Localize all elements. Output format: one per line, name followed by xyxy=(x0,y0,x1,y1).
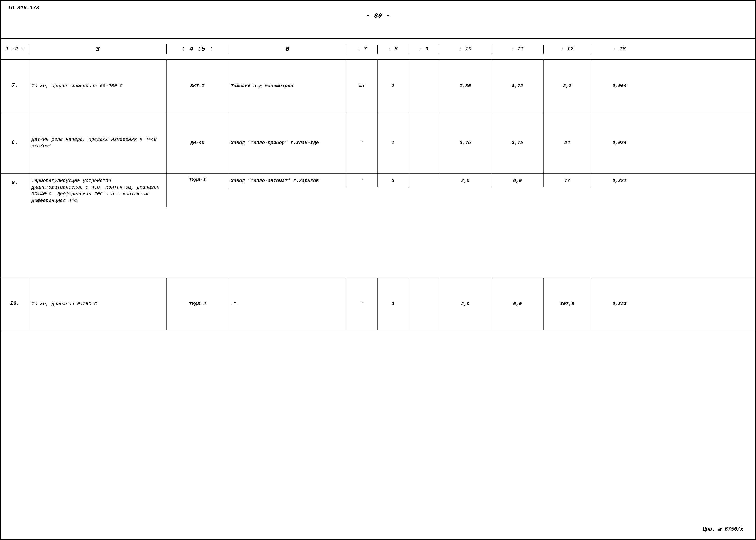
col-header-3: 3 xyxy=(29,44,167,54)
col-header-9: : 9 xyxy=(408,45,439,54)
row-9-unit: " xyxy=(347,174,378,187)
row-7-desc: То же, предел измерения 60÷200°С xyxy=(29,60,167,112)
col-header-11: : II xyxy=(492,45,543,54)
col-header-13: : I8 xyxy=(591,45,648,54)
col-header-10: : I0 xyxy=(439,45,492,54)
row-9-model: ТУДЗ-I xyxy=(167,174,228,188)
row-8-qty: I xyxy=(378,112,408,174)
row-9-desc: Терморегулирующее устройство диапатоматр… xyxy=(29,174,167,207)
col-header-8: : 8 xyxy=(378,45,408,54)
row-7-col9: I,86 xyxy=(439,60,492,112)
row-10-num: I0. xyxy=(1,278,29,330)
page-number: - 89 - xyxy=(8,5,748,19)
row-10-col8 xyxy=(408,278,439,330)
row-9-manufacturer: Завод "Тепло-автомат" г.Харьков xyxy=(228,174,347,187)
col-header-7: : 7 xyxy=(347,45,378,54)
inventory-number: 6756/х xyxy=(725,526,743,532)
row-8-col9: 3,75 xyxy=(439,112,492,174)
row-7-qty: 2 xyxy=(378,60,408,112)
row-9-col12: 0,28I xyxy=(591,174,648,187)
table-row: 9. Терморегулирующее устройство диапатом… xyxy=(1,174,755,278)
row-10-manufacturer: -"- xyxy=(228,278,347,330)
col-header-1: 1 :2 : xyxy=(1,45,29,54)
col-header-12: : I2 xyxy=(543,45,591,54)
row-10-col9: 2,0 xyxy=(439,278,492,330)
document-title: ТП 816-178 xyxy=(8,5,39,11)
row-8-col11: 24 xyxy=(543,112,591,174)
row-7-unit: шт xyxy=(347,60,378,112)
row-7-col12: 0,004 xyxy=(591,60,648,112)
row-8-desc: Датчик реле напера, пределы измерения К … xyxy=(29,112,167,174)
row-8-unit: " xyxy=(347,112,378,174)
row-10-desc: То же, диапавон 0÷250°С xyxy=(29,278,167,330)
row-10-col11: I07,5 xyxy=(543,278,591,330)
row-10-col12: 0,323 xyxy=(591,278,648,330)
col-header-6: 6 xyxy=(228,44,347,54)
document-header: ТП 816-178 - 89 - xyxy=(1,1,755,39)
document-page: ТП 816-178 - 89 - 1 :2 : 3 : 4 :5 : 6 : … xyxy=(0,0,756,540)
row-8-col12: 0,024 xyxy=(591,112,648,174)
footer-inventory: Цнв. № 6756/х xyxy=(703,526,743,532)
row-9-col10: 6,0 xyxy=(492,174,543,187)
row-7-model: ВКТ-I xyxy=(167,60,228,112)
row-10-col10: 6,0 xyxy=(492,278,543,330)
row-9-qty: 3 xyxy=(378,174,408,187)
table-row: 8. Датчик реле напера, пределы измерения… xyxy=(1,112,755,174)
table-row: I0. То же, диапавон 0÷250°С ТУДЗ-4 -"- "… xyxy=(1,278,755,330)
row-7-num: 7. xyxy=(1,60,29,112)
row-8-col10: 3,75 xyxy=(492,112,543,174)
row-9-col8 xyxy=(408,174,439,179)
table-row: 7. То же, предел измерения 60÷200°С ВКТ-… xyxy=(1,60,755,112)
row-8-manufacturer: Завод "Тепло-прибор" г.Улан-Удe xyxy=(228,112,347,174)
row-7-col11: 2,2 xyxy=(543,60,591,112)
row-8-model: ДН-40 xyxy=(167,112,228,174)
row-10-qty: 3 xyxy=(378,278,408,330)
row-10-unit: " xyxy=(347,278,378,330)
col-header-4: : 4 :5 : xyxy=(167,44,228,54)
column-headers-row: 1 :2 : 3 : 4 :5 : 6 : 7 : 8 : 9 : I0 : I… xyxy=(1,39,755,60)
row-7-col8 xyxy=(408,60,439,112)
row-9-col11: 77 xyxy=(543,174,591,187)
row-7-col10: 8,72 xyxy=(492,60,543,112)
row-9-col9: 2,0 xyxy=(439,174,492,187)
row-9-num: 9. xyxy=(1,174,29,190)
row-10-model: ТУДЗ-4 xyxy=(167,278,228,330)
row-7-manufacturer: Томский з-д манометров xyxy=(228,60,347,112)
row-8-num: 8. xyxy=(1,112,29,174)
inventory-label: Цнв. № xyxy=(703,526,721,532)
row-8-col8 xyxy=(408,112,439,174)
